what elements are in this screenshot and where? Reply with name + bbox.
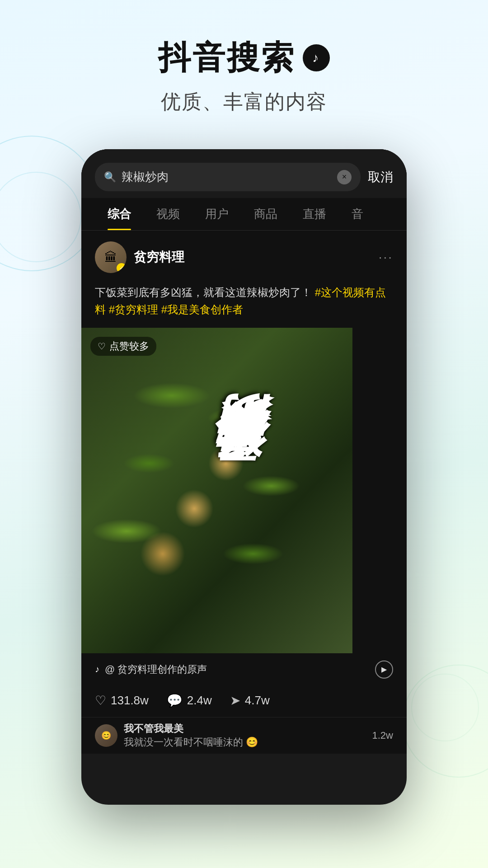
search-bar: 🔍 辣椒炒肉 × 取消 <box>81 149 407 198</box>
post-body-text: 下饭菜到底有多凶猛，就看这道辣椒炒肉了！ <box>95 286 312 298</box>
comment-count: 2.4w <box>187 693 212 708</box>
author-row: 🏛 ✓ 贫穷料理 ··· <box>81 231 407 284</box>
video-thumbnail[interactable]: 勇猛辣椒炒肉 ♡ 点赞较多 <box>81 328 407 653</box>
avatar[interactable]: 🏛 ✓ <box>95 241 127 273</box>
music-info-text: @ 贫穷料理创作的原声 <box>105 663 370 676</box>
search-input-wrap[interactable]: 🔍 辣椒炒肉 × <box>95 163 361 191</box>
search-cancel-button[interactable]: 取消 <box>368 169 393 186</box>
play-button[interactable]: ▶ <box>375 660 393 679</box>
bg-decoration-4 <box>411 674 479 741</box>
tab-用户[interactable]: 用户 <box>192 198 241 230</box>
post-text: 下饭菜到底有多凶猛，就看这道辣椒炒肉了！ #这个视频有点料 #贫穷料理 #我是美… <box>81 284 407 328</box>
header-subtitle: 优质、丰富的内容 <box>0 89 488 115</box>
likes-badge-text: 点赞较多 <box>109 340 149 353</box>
commenter-avatar-icon: 😊 <box>101 731 111 741</box>
search-query-text: 辣椒炒肉 <box>122 169 332 185</box>
commenter-avatar: 😊 <box>95 724 117 747</box>
tiktok-logo-icon: ♪ <box>303 44 330 71</box>
tab-直播[interactable]: 直播 <box>290 198 339 230</box>
verified-badge: ✓ <box>117 263 127 273</box>
share-count: 4.7w <box>245 693 270 708</box>
app-title-text: 抖音搜索 <box>158 36 296 80</box>
comment-body: 我就没一次看时不咽唾沫的 😊 <box>124 736 366 749</box>
stat-shares[interactable]: ➤ 4.7w <box>230 693 270 708</box>
video-title-text: 勇猛辣椒炒肉 <box>217 480 272 501</box>
comment-icon: 💬 <box>167 693 183 708</box>
stat-likes[interactable]: ♡ 131.8w <box>95 693 149 708</box>
phone-mockup: 🔍 辣椒炒肉 × 取消 综合 视频 用户 <box>81 149 407 805</box>
tiktok-music-icon: ♪ <box>95 664 99 675</box>
app-header: 抖音搜索 ♪ 优质、丰富的内容 <box>0 0 488 115</box>
share-icon: ➤ <box>230 693 240 708</box>
clear-icon: × <box>342 172 347 182</box>
stats-row: ♡ 131.8w 💬 2.4w ➤ 4.7w <box>81 686 407 717</box>
stat-comments[interactable]: 💬 2.4w <box>167 693 212 708</box>
search-tabs: 综合 视频 用户 商品 直播 音 <box>81 198 407 231</box>
video-right-panel <box>352 328 407 653</box>
tab-视频[interactable]: 视频 <box>144 198 192 230</box>
search-icon: 🔍 <box>104 171 116 183</box>
music-note-icon: ♪ <box>312 51 320 65</box>
comment-content: 我不管我最美 我就没一次看时不咽唾沫的 😊 <box>124 722 366 749</box>
search-clear-button[interactable]: × <box>337 170 352 184</box>
more-options-icon[interactable]: ··· <box>379 250 393 264</box>
like-count: 131.8w <box>111 693 149 708</box>
tab-综合[interactable]: 综合 <box>95 198 144 230</box>
tab-商品[interactable]: 商品 <box>241 198 290 230</box>
likes-badge: ♡ 点赞较多 <box>90 337 156 356</box>
tab-音[interactable]: 音 <box>339 198 376 230</box>
like-icon: ♡ <box>95 693 106 708</box>
heart-icon: ♡ <box>98 341 106 352</box>
comment-row: 😊 我不管我最美 我就没一次看时不咽唾沫的 😊 1.2w <box>81 717 407 754</box>
video-footer: ♪ @ 贫穷料理创作的原声 ▶ <box>81 653 407 686</box>
comment-like-count: 1.2w <box>372 730 393 741</box>
phone-screen: 🔍 辣椒炒肉 × 取消 综合 视频 用户 <box>81 149 407 754</box>
commenter-name: 我不管我最美 <box>124 722 366 736</box>
author-name[interactable]: 贫穷料理 <box>134 249 371 266</box>
phone-screen-container: 🔍 辣椒炒肉 × 取消 综合 视频 用户 <box>81 149 407 805</box>
play-icon: ▶ <box>381 665 387 674</box>
app-title-row: 抖音搜索 ♪ <box>158 36 330 80</box>
